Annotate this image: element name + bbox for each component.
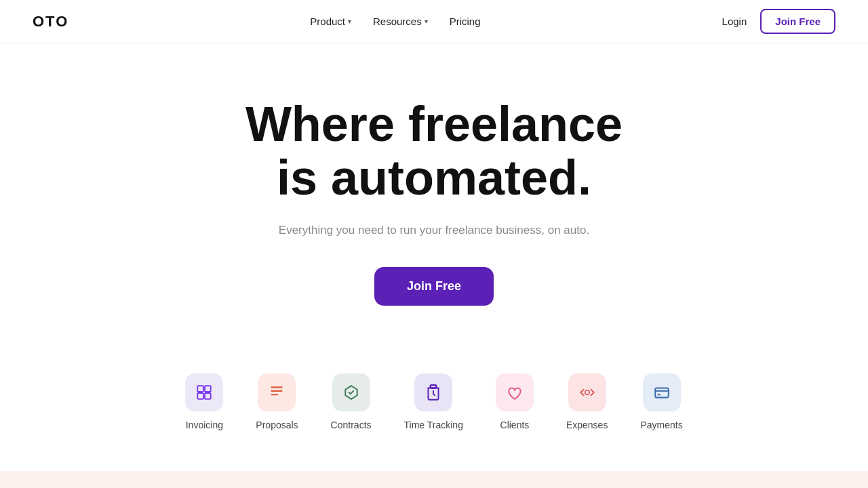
svg-point-9 — [585, 390, 589, 394]
proposals-icon-wrap — [258, 373, 296, 411]
hero-subtitle: Everything you need to run your freelanc… — [279, 221, 589, 239]
proposals-icon — [268, 384, 285, 401]
svg-rect-1 — [205, 386, 211, 392]
feature-proposals[interactable]: Proposals — [256, 373, 298, 430]
payments-label: Payments — [640, 420, 682, 430]
feature-invoicing[interactable]: Invoicing — [185, 373, 223, 430]
clients-label: Clients — [500, 420, 530, 430]
nav-resources[interactable]: Resources ▾ — [373, 16, 428, 27]
expenses-label: Expenses — [566, 420, 608, 430]
bottom-section: ✦ Create ✦ Automated Proposals, Contract… — [0, 471, 868, 488]
timetracking-label: Time Tracking — [404, 420, 463, 430]
feature-contracts[interactable]: Contracts — [331, 373, 372, 430]
svg-rect-5 — [271, 390, 283, 391]
join-free-hero-button[interactable]: Join Free — [374, 267, 494, 306]
contracts-label: Contracts — [331, 420, 372, 430]
svg-rect-11 — [657, 394, 660, 395]
proposals-label: Proposals — [256, 420, 298, 430]
nav-center: Product ▾ Resources ▾ Pricing — [310, 16, 480, 27]
expenses-icon-wrap — [568, 373, 606, 411]
svg-rect-4 — [271, 386, 283, 388]
nav-pricing[interactable]: Pricing — [450, 16, 481, 27]
svg-rect-10 — [655, 388, 669, 397]
feature-timetracking[interactable]: Time Tracking — [404, 373, 463, 430]
feature-payments[interactable]: Payments — [640, 373, 682, 430]
nav-product[interactable]: Product ▾ — [310, 16, 351, 27]
contracts-icon-wrap — [332, 373, 370, 411]
hero-title-line2: is automated. — [277, 150, 591, 205]
chevron-down-icon: ▾ — [348, 18, 351, 25]
nav-right: Login Join Free — [722, 9, 835, 34]
join-free-nav-button[interactable]: Join Free — [760, 9, 835, 34]
navbar: OTO Product ▾ Resources ▾ Pricing Login … — [0, 0, 868, 43]
chevron-down-icon: ▾ — [425, 18, 428, 25]
contracts-icon — [342, 384, 360, 401]
svg-rect-2 — [198, 393, 204, 399]
hero-section: Where freelance is automated. Everything… — [0, 43, 868, 346]
expenses-icon — [578, 384, 596, 401]
clients-icon — [506, 384, 524, 401]
svg-rect-6 — [271, 394, 279, 395]
clients-icon-wrap — [496, 373, 534, 411]
hero-title: Where freelance is automated. — [245, 98, 623, 205]
payments-icon-wrap — [643, 373, 681, 411]
nav-pricing-label: Pricing — [450, 16, 481, 27]
nav-product-label: Product — [310, 16, 345, 27]
timetracking-icon-wrap — [414, 373, 452, 411]
invoicing-icon — [195, 384, 213, 401]
invoicing-label: Invoicing — [186, 420, 223, 430]
svg-rect-3 — [205, 393, 211, 399]
payments-icon — [653, 384, 671, 401]
nav-resources-label: Resources — [373, 16, 422, 27]
svg-rect-0 — [198, 386, 204, 392]
hero-title-line1: Where freelance — [245, 97, 623, 151]
timetracking-icon — [425, 384, 442, 401]
invoicing-icon-wrap — [185, 373, 223, 411]
login-button[interactable]: Login — [722, 16, 747, 27]
features-section: Invoicing Proposals Contracts — [0, 346, 868, 471]
feature-clients[interactable]: Clients — [496, 373, 534, 430]
logo: OTO — [33, 13, 68, 30]
feature-expenses[interactable]: Expenses — [566, 373, 608, 430]
